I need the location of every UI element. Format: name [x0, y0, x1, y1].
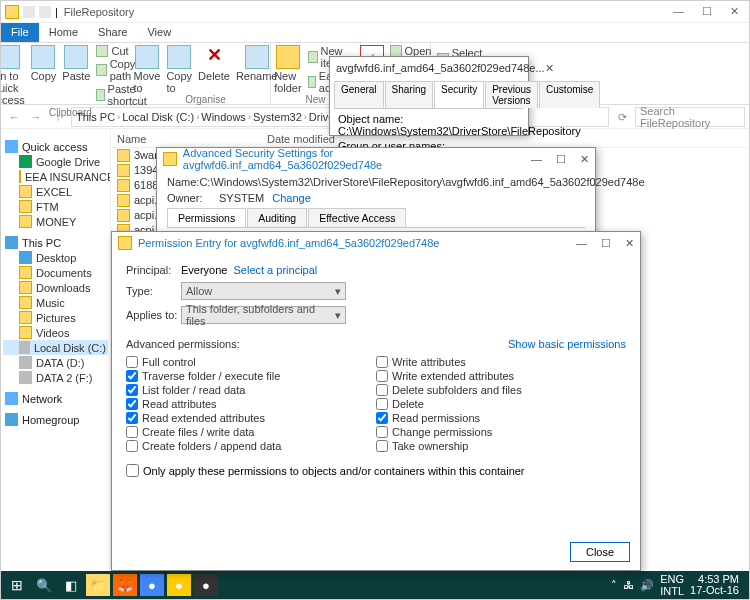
search-input[interactable]: Search FileRepository — [635, 107, 745, 127]
sidebar-item[interactable]: Downloads — [3, 280, 108, 295]
minimize-button[interactable]: — — [673, 5, 684, 18]
applies-select[interactable]: This folder, subfolders and files▾ — [181, 306, 346, 324]
sidebar-folder[interactable]: EXCEL — [3, 184, 108, 199]
sidebar-folder[interactable]: FTM — [3, 199, 108, 214]
change-link[interactable]: Change — [272, 192, 311, 204]
sidebar-gdrive[interactable]: Google Drive — [3, 154, 108, 169]
perm-checkbox[interactable]: Read extended attributes — [126, 412, 376, 424]
perm-checkbox-input[interactable] — [376, 384, 388, 396]
newfolder-button[interactable]: New folder — [274, 45, 302, 94]
search-button[interactable]: 🔍 — [32, 574, 56, 596]
sidebar-network[interactable]: Network — [3, 391, 108, 406]
show-basic-link[interactable]: Show basic permissions — [508, 338, 626, 350]
sidebar-quick-access[interactable]: Quick access — [3, 139, 108, 154]
minimize-button[interactable]: — — [531, 153, 542, 166]
perm-checkbox[interactable]: Create files / write data — [126, 426, 376, 438]
copyto-button[interactable]: Copy to — [166, 45, 192, 94]
tray-lang[interactable]: ENGINTL — [660, 573, 684, 597]
maximize-button[interactable]: ☐ — [556, 153, 566, 166]
tray-expand-icon[interactable]: ˄ — [611, 579, 617, 592]
perm-checkbox[interactable]: Delete subfolders and files — [376, 384, 626, 396]
delete-button[interactable]: ✕Delete — [198, 45, 230, 82]
sidebar-item[interactable]: DATA (D:) — [3, 355, 108, 370]
perm-checkbox[interactable]: Write extended attributes — [376, 370, 626, 382]
taskbar-app[interactable]: ● — [167, 574, 191, 596]
up-button[interactable]: ↑ — [49, 108, 67, 126]
col-date[interactable]: Date modified — [267, 133, 335, 145]
refresh-button[interactable]: ⟳ — [613, 108, 631, 126]
taskview-button[interactable]: ◧ — [59, 574, 83, 596]
perm-checkbox[interactable]: Create folders / append data — [126, 440, 376, 452]
sidebar-homegroup[interactable]: Homegroup — [3, 412, 108, 427]
copy-button[interactable]: Copy — [31, 45, 57, 82]
close-button[interactable]: ✕ — [545, 62, 554, 75]
perm-checkbox[interactable]: Delete — [376, 398, 626, 410]
close-button[interactable]: ✕ — [625, 237, 634, 250]
start-button[interactable]: ⊞ — [5, 574, 29, 596]
perm-checkbox-input[interactable] — [376, 398, 388, 410]
sidebar-item[interactable]: Documents — [3, 265, 108, 280]
sidebar-item-localdisk[interactable]: Local Disk (C:) — [3, 340, 108, 355]
tab-auditing[interactable]: Auditing — [247, 208, 307, 227]
tab-share[interactable]: Share — [88, 23, 137, 42]
taskbar-app[interactable]: 🦊 — [113, 574, 137, 596]
only-apply-checkbox[interactable] — [126, 464, 139, 477]
tray-clock[interactable]: 4:53 PM17-Oct-16 — [690, 574, 739, 596]
qat-item[interactable] — [23, 6, 35, 18]
perm-checkbox-input[interactable] — [126, 440, 138, 452]
back-button[interactable]: ← — [5, 108, 23, 126]
breadcrumb-item[interactable]: System32 — [253, 111, 302, 123]
perm-checkbox-input[interactable] — [376, 370, 388, 382]
sidebar-item[interactable]: Pictures — [3, 310, 108, 325]
select-principal-link[interactable]: Select a principal — [233, 264, 317, 276]
paste-button[interactable]: Paste — [62, 45, 90, 82]
perm-checkbox-input[interactable] — [126, 384, 138, 396]
tab-sharing[interactable]: Sharing — [385, 81, 433, 108]
moveto-button[interactable]: Move to — [134, 45, 161, 94]
tab-file[interactable]: File — [1, 23, 39, 42]
perm-checkbox[interactable]: Traverse folder / execute file — [126, 370, 376, 382]
tab-customise[interactable]: Customise — [539, 81, 600, 108]
sidebar-folder[interactable]: MONEY — [3, 214, 108, 229]
breadcrumb-item[interactable]: Local Disk (C:) — [122, 111, 194, 123]
tray-network-icon[interactable]: 🖧 — [623, 579, 634, 591]
forward-button[interactable]: → — [27, 108, 45, 126]
perm-checkbox-input[interactable] — [126, 356, 138, 368]
close-button[interactable]: ✕ — [580, 153, 589, 166]
sidebar-thispc[interactable]: This PC — [3, 235, 108, 250]
perm-checkbox-input[interactable] — [126, 398, 138, 410]
qat-item[interactable] — [39, 6, 51, 18]
perm-checkbox[interactable]: Take ownership — [376, 440, 626, 452]
perm-checkbox[interactable]: Read attributes — [126, 398, 376, 410]
close-button[interactable]: ✕ — [730, 5, 739, 18]
tab-effective[interactable]: Effective Access — [308, 208, 406, 227]
perm-checkbox-input[interactable] — [376, 426, 388, 438]
perm-checkbox[interactable]: Read permissions — [376, 412, 626, 424]
tab-view[interactable]: View — [137, 23, 181, 42]
taskbar-app[interactable]: 📁 — [86, 574, 110, 596]
close-button[interactable]: Close — [570, 542, 630, 562]
maximize-button[interactable]: ☐ — [702, 5, 712, 18]
sidebar-item[interactable]: DATA 2 (F:) — [3, 370, 108, 385]
minimize-button[interactable]: — — [576, 237, 587, 250]
perm-checkbox[interactable]: Full control — [126, 356, 376, 368]
perm-checkbox[interactable]: Change permissions — [376, 426, 626, 438]
sidebar-item[interactable]: Music — [3, 295, 108, 310]
breadcrumb-item[interactable]: This PC — [76, 111, 115, 123]
pin-button[interactable]: Pin to Quick access — [0, 45, 25, 106]
breadcrumb-item[interactable]: Windows — [201, 111, 246, 123]
tab-previous[interactable]: Previous Versions — [485, 81, 538, 108]
taskbar-app[interactable]: ● — [140, 574, 164, 596]
sidebar-folder[interactable]: EEA INSURANCE FUND — [3, 169, 108, 184]
perm-checkbox-input[interactable] — [376, 440, 388, 452]
tab-permissions[interactable]: Permissions — [167, 208, 246, 227]
perm-checkbox-input[interactable] — [126, 426, 138, 438]
type-select[interactable]: Allow▾ — [181, 282, 346, 300]
perm-checkbox[interactable]: List folder / read data — [126, 384, 376, 396]
perm-checkbox-input[interactable] — [126, 412, 138, 424]
taskbar-app[interactable]: ● — [194, 574, 218, 596]
tab-security[interactable]: Security — [434, 81, 484, 108]
sidebar-item[interactable]: Videos — [3, 325, 108, 340]
perm-checkbox-input[interactable] — [376, 412, 388, 424]
col-name[interactable]: Name — [117, 133, 267, 145]
